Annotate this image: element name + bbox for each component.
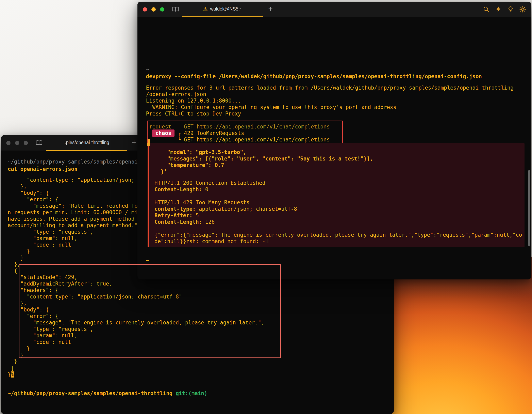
gear-icon[interactable] [519,6,526,14]
text-span: ~ [146,257,149,263]
text-span: "error": { [8,196,58,202]
text-span: Listening on 127.0.0.1:8000... [146,98,241,104]
text-span: Content-Length: [154,187,202,193]
text-span: Press CTRL+C to stop Dev Proxy [146,111,241,117]
bolt-icon[interactable] [495,6,502,14]
terminal-line: Content-Length: 126 [154,219,524,225]
terminal-line: Listening on 127.0.0.1:8000... [146,98,528,104]
terminal-line: /openai-errors.json [146,91,528,98]
text-span [172,390,176,396]
terminal-line: content-type: application/json; charset=… [154,206,524,212]
bookmarks-icon[interactable] [35,140,43,146]
partial-line-marker: % [11,371,14,377]
text-span: HTTP/1.1 200 Connection Established [154,180,266,186]
new-tab-button[interactable]: + [132,138,136,146]
text-span: WARNING: Configure your operating system… [146,104,396,110]
terminal-line [154,225,524,232]
terminal-content-front: ~devproxy --config-file /Users/waldek/gi… [137,17,532,279]
titlebar-toolbar [483,6,526,14]
text-span: Content-Length: [154,219,202,225]
text-span: "messages": [{"role": "user", "content":… [154,156,373,162]
text-span: 5 [192,212,199,218]
shell-prompt-front: ~ [146,257,528,264]
terminal-line: HTTP/1.1 200 Connection Established [154,180,524,186]
terminal-line: ~ [146,66,528,72]
text-span: content-type: [154,206,196,212]
titlebar-front[interactable]: ⚠ waldek@NS5:~ + [137,2,532,17]
terminal-line: "messages": [{"role": "user", "content":… [154,155,524,162]
tab-title: waldek@NS5:~ [210,6,243,12]
terminal-line: ~/github/pnp/proxy-samples/samples/opena… [8,390,207,397]
warning-icon: ⚠ [203,6,208,12]
terminal-line: {"error":{"message":"The engine is curre… [154,232,524,238]
bookmarks-icon[interactable] [172,6,179,13]
terminal-line: devproxy --config-file /Users/waldek/git… [146,73,528,80]
search-icon[interactable] [483,6,490,14]
terminal-line: } [8,358,392,365]
terminal-line [154,193,524,199]
terminal-line: Error responses for 3 url patterns loade… [146,85,528,91]
text-span: }' [154,169,167,175]
traffic-lights [6,141,28,145]
text-span: /openai-errors.json [146,91,206,97]
text-span: application/json; charset=utf-8 [196,206,297,212]
prompt-separator [1,385,394,385]
text-span: "body": { [8,190,49,196]
close-button[interactable] [6,141,10,145]
text-span: } [8,248,30,254]
terminal-line: WARNING: Configure your operating system… [146,104,528,110]
text-span: "type": "requests", [8,229,93,235]
text-span: de":null}}zsh: command not found: -H [154,238,269,244]
text-span: ~/github/pnp/proxy-samples/samples/opena… [8,390,172,396]
text-span: "model": "gpt-3.5-turbo", [154,149,246,155]
terminal-line: ] [8,365,392,371]
minimize-button[interactable] [15,141,19,145]
annotation-box-error-json [19,264,281,358]
text-span [154,225,158,231]
terminal-line: }% [8,371,392,378]
scrollbar-thumb[interactable] [528,170,530,246]
terminal-line: }' [154,168,524,175]
minimize-button[interactable] [152,7,156,11]
text-span: { [8,268,17,274]
text-span: }, [8,183,27,189]
text-span: 126 [202,219,215,225]
text-span: "param": null, [8,235,77,241]
terminal-line: de":null}}zsh: command not found: -H [154,238,524,245]
terminal-line: Content-Length: 0 [154,186,524,193]
text-span: cat openai-errors.json [8,166,77,172]
terminal-line: ~ [146,257,528,264]
tab-waldek-ns5[interactable]: ⚠ waldek@NS5:~ [182,2,263,17]
zoom-button[interactable] [24,141,28,145]
annotation-box-chaos [147,121,343,143]
git-branch-indicator: git:(main) [176,390,208,396]
terminal-line: "model": "gpt-3.5-turbo", [154,149,524,155]
zoom-button[interactable] [160,7,164,11]
text-span: HTTP/1.1 429 Too Many Requests [154,199,250,206]
text-span: Error responses for 3 url patterns loade… [146,85,513,91]
new-tab-button[interactable]: + [268,5,273,13]
bulb-icon[interactable] [507,6,514,14]
text-span: ] [8,365,14,371]
tab-title: ..ples/openai-throttling [63,140,109,145]
text-span: } [8,255,23,261]
terminal-line: Retry-After: 5 [154,212,524,219]
text-span: Retry-After: [154,212,192,218]
text-span: {"error":{"message":"The engine is curre… [154,232,522,238]
text-span: "code": null [8,242,71,248]
text-span: } [8,358,17,365]
shell-prompt-back: ~/github/pnp/proxy-samples/samples/opena… [8,390,207,397]
text-span: account/billing to add a payment method.… [8,222,141,228]
traffic-lights [143,7,164,11]
request-response-block: "model": "gpt-3.5-turbo", "messages": [{… [148,143,524,247]
block-output: "model": "gpt-3.5-turbo", "messages": [{… [154,149,524,245]
text-span [154,193,158,199]
tab-openai-throttling[interactable]: ..ples/openai-throttling [46,135,127,151]
terminal-line: HTTP/1.1 429 Too Many Requests [154,199,524,206]
text-span: devproxy --config-file /Users/waldek/git… [146,73,482,79]
close-button[interactable] [143,7,147,11]
text-span: "temperature": 0.7 [154,162,224,168]
terminal-line: "temperature": 0.7 [154,162,524,168]
text-span: ~ [146,66,149,72]
text-span: 0 [202,187,208,193]
